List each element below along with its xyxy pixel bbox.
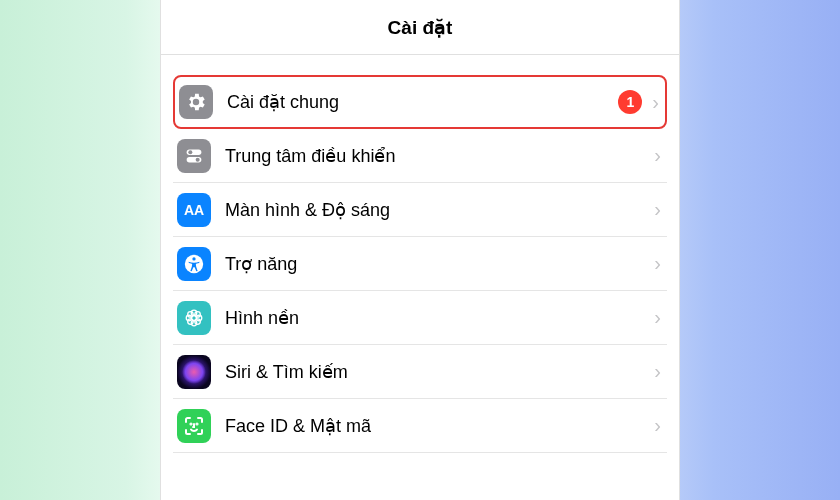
chevron-right-icon: › (654, 198, 661, 221)
chevron-right-icon: › (652, 91, 659, 114)
accessibility-icon (177, 247, 211, 281)
row-label: Trung tâm điều khiển (225, 145, 654, 167)
notification-badge: 1 (618, 90, 642, 114)
chevron-right-icon: › (654, 252, 661, 275)
row-label: Face ID & Mật mã (225, 415, 654, 437)
control-center-icon (177, 139, 211, 173)
siri-icon (177, 355, 211, 389)
gear-icon (179, 85, 213, 119)
display-icon: AA (177, 193, 211, 227)
row-faceid-passcode[interactable]: Face ID & Mật mã › (173, 399, 667, 453)
chevron-right-icon: › (654, 144, 661, 167)
row-label: Màn hình & Độ sáng (225, 199, 654, 221)
row-display-brightness[interactable]: AA Màn hình & Độ sáng › (173, 183, 667, 237)
row-label: Siri & Tìm kiếm (225, 361, 654, 383)
svg-point-3 (196, 157, 200, 161)
header: Cài đặt (161, 0, 679, 55)
chevron-right-icon: › (654, 414, 661, 437)
svg-point-1 (188, 150, 192, 154)
row-label: Hình nền (225, 307, 654, 329)
faceid-icon (177, 409, 211, 443)
settings-screen: Cài đặt Cài đặt chung 1 › Trung tâm điều… (160, 0, 680, 500)
wallpaper-icon (177, 301, 211, 335)
row-accessibility[interactable]: Trợ năng › (173, 237, 667, 291)
row-label: Cài đặt chung (227, 91, 618, 113)
row-control-center[interactable]: Trung tâm điều khiển › (173, 129, 667, 183)
row-label: Trợ năng (225, 253, 654, 275)
svg-point-5 (192, 257, 195, 260)
svg-point-16 (196, 423, 197, 424)
svg-point-15 (190, 423, 191, 424)
row-siri-search[interactable]: Siri & Tìm kiếm › (173, 345, 667, 399)
chevron-right-icon: › (654, 306, 661, 329)
row-wallpaper[interactable]: Hình nền › (173, 291, 667, 345)
chevron-right-icon: › (654, 360, 661, 383)
row-general[interactable]: Cài đặt chung 1 › (173, 75, 667, 129)
page-title: Cài đặt (388, 16, 453, 39)
display-icon-text: AA (184, 202, 204, 218)
settings-list: Cài đặt chung 1 › Trung tâm điều khiển ›… (161, 55, 679, 453)
